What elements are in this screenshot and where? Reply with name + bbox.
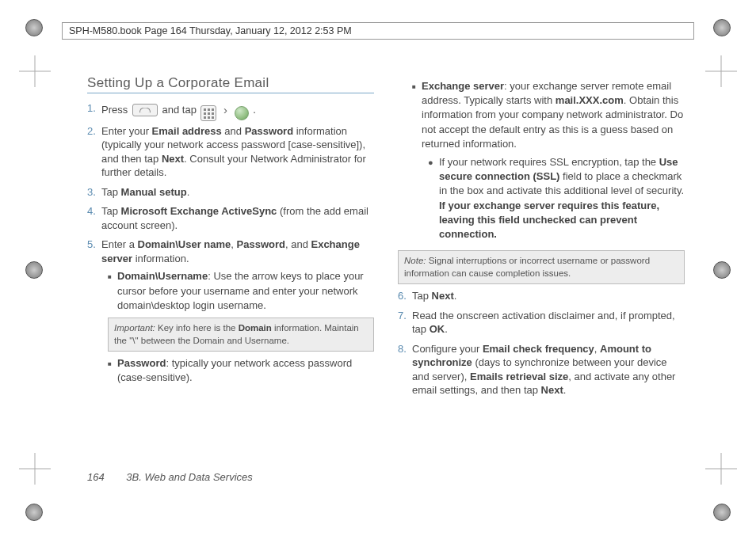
bold-text: Domain\User name [138,238,231,250]
crosshair-icon [19,453,51,485]
crop-mark-icon [24,260,44,280]
bold-text: Email address [152,125,222,137]
bold-text: OK [430,323,445,335]
text: Tap [101,186,121,198]
text: and [222,125,245,137]
step-text: and tap [162,104,196,116]
step-2: 2. Enter your Email address and Password… [87,124,374,180]
square-bullet-icon: ■ [412,79,422,245]
left-column: Setting Up a Corporate Email 1. Press an… [87,75,374,492]
text: If your network requires SSL encryption,… [439,156,659,168]
note-callout: Note: Signal interruptions or incorrect … [398,250,685,284]
bold-text: Microsoft Exchange ActiveSync [121,205,277,217]
bold-text: Next [541,384,563,396]
bold-text: Domain [239,323,272,333]
crop-mark-icon [712,260,732,280]
apps-grid-icon [200,105,216,121]
text: Tap [101,205,121,217]
text: Signal interruptions or incorrect userna… [404,256,650,278]
bold-text: If your exchange server requires this fe… [439,200,659,240]
text: . [445,323,448,335]
sub-password: ■ Password: typically your network acces… [108,356,374,385]
text: , and [285,238,311,250]
square-bullet-icon: ■ [108,356,117,385]
dot-bullet-icon: ● [428,155,439,241]
text: . [563,384,567,396]
text: Read the onscreen activation disclaimer … [412,310,675,336]
page-footer: 164 3B. Web and Data Services [87,471,253,483]
text: Configure your [412,343,483,355]
crosshair-icon [705,453,737,485]
square-bullet-icon: ■ [108,269,117,313]
text: . [454,290,457,302]
step-8: 8. Configure your Email check frequency,… [398,342,685,397]
step-5: 5. Enter a Domain\User name, Password, a… [87,238,374,389]
crop-mark-icon [24,502,44,523]
section-title: Setting Up a Corporate Email [87,75,374,93]
crosshair-icon [705,55,737,87]
text: information. [132,253,189,264]
text: , [231,238,236,250]
step-7: 7. Read the onscreen activation disclaim… [398,309,685,337]
bold-text: Next [432,290,454,302]
crop-mark-icon [712,502,732,523]
home-key-icon [132,104,158,116]
text: Enter your [101,125,152,137]
step-text: . [253,104,256,116]
step-3: 3. Tap Manual setup. [87,185,374,200]
text: Tap [412,290,432,302]
bold-text: Next [162,153,184,165]
sub-exchange-server: ■ Exchange server: your exchange server … [412,79,685,245]
bold-text: Domain\Username [117,270,208,282]
page-content: Setting Up a Corporate Email 1. Press an… [87,75,685,492]
crosshair-icon [19,55,51,87]
text: . [187,186,190,198]
callout-label: Important: [114,323,155,333]
bold-text: Password [237,238,285,250]
text: , [594,343,600,355]
sub-domain-username: ■ Domain\Username: Use the arrow keys to… [108,269,374,313]
crop-mark-icon [24,17,44,38]
crop-mark-icon [712,17,732,38]
sub-ssl: ● If your network requires SSL encryptio… [428,155,685,241]
bold-text: Password [117,357,166,369]
text: Enter a [101,238,138,250]
callout-label: Note: [404,256,426,265]
important-callout: Important: Key info here is the Domain i… [108,318,374,352]
section-name: 3B. Web and Data Services [126,471,252,483]
bold-text: Manual setup [121,186,187,198]
text: Key info here is the [158,323,239,333]
bold-text: Email check frequency [483,343,594,355]
step-text: Press [101,104,128,116]
bold-text: Exchange server [422,80,504,92]
right-column: ■ Exchange server: your exchange server … [398,75,685,492]
page-number: 164 [87,471,105,483]
bold-text: mail.XXX.com [556,94,624,106]
bold-text: Emails retrieval size [470,371,568,382]
chevron-right-icon: › [223,103,227,116]
globe-icon [235,106,249,120]
crop-header: SPH-M580.book Page 164 Thursday, January… [62,22,694,40]
step-1: 1. Press and tap › . [87,101,374,119]
step-4: 4. Tap Microsoft Exchange ActiveSync (fr… [87,204,374,232]
step-6: 6. Tap Next. [398,289,685,303]
bold-text: Password [245,125,293,137]
